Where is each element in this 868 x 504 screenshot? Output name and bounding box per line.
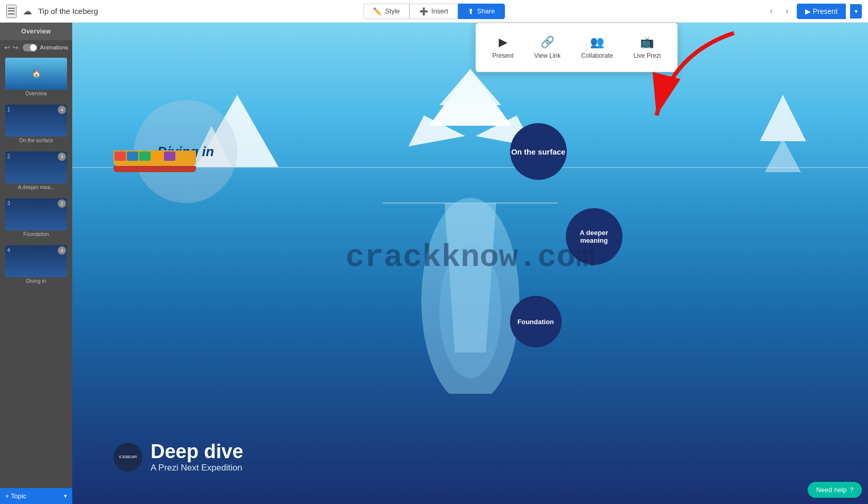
topic-dropdown-icon[interactable]: ▾ xyxy=(64,493,67,499)
sidebar: Overview ↩ ↪ Animations 🏠 Overview 1 xyxy=(0,23,72,504)
slide-label-4: Diving in xyxy=(5,277,67,286)
prev-button[interactable]: ‹ xyxy=(766,4,777,19)
sidebar-slide-3[interactable]: 3 2 Foundation xyxy=(4,197,68,240)
home-icon: 🏠 xyxy=(32,70,41,78)
slide-number-1: 1 xyxy=(7,107,10,112)
toggle-switch xyxy=(23,44,37,52)
share-button[interactable]: ⬆ Share xyxy=(458,4,505,19)
svg-marker-6 xyxy=(439,69,501,105)
sidebar-slide-overview[interactable]: 🏠 Overview xyxy=(4,57,68,99)
undo-button[interactable]: ↩ xyxy=(4,43,10,52)
sidebar-slide-1[interactable]: 1 4 On the surface xyxy=(4,104,68,146)
toggle-knob xyxy=(30,44,37,51)
slide-badge-2: 3 xyxy=(58,153,66,161)
svg-marker-3 xyxy=(760,95,806,141)
present-share-icon: ▶ xyxy=(499,36,507,49)
sidebar-slide-2[interactable]: 2 3 A deeper mea... xyxy=(4,150,68,193)
share-collaborate-item[interactable]: 👥 Collaborate xyxy=(571,31,623,63)
ship-hull xyxy=(113,166,196,172)
share-collaborate-label: Collaborate xyxy=(581,52,613,59)
slide-label-2: A deeper mea... xyxy=(5,183,67,192)
share-dropdown: ▶ Present 🔗 View Link 👥 Collaborate 📺 Li… xyxy=(476,23,678,72)
main-layout: Overview ↩ ↪ Animations 🏠 Overview 1 xyxy=(0,23,868,504)
slide-number-4: 4 xyxy=(7,247,10,253)
share-liveprezi-label: Live Prezi xyxy=(633,52,661,59)
slide-badge-4: 4 xyxy=(58,246,66,255)
share-present-item[interactable]: ▶ Present xyxy=(482,31,524,63)
sidebar-undo-redo: ↩ ↪ xyxy=(4,43,19,52)
deep-dive-text: Deep dive A Prezi Next Expedition xyxy=(151,441,243,473)
share-icon: ⬆ xyxy=(468,7,474,15)
container-red xyxy=(114,152,126,161)
deep-dive-section: ICEBEAR Deep dive A Prezi Next Expeditio… xyxy=(113,441,243,473)
link-icon: 🔗 xyxy=(541,36,554,49)
topbar: ☰ ☁ Tip of the Iceberg ✏️ Style ➕ Insert… xyxy=(0,0,868,23)
container-orange xyxy=(152,152,163,161)
container-green xyxy=(139,152,151,161)
toolbar-center: ✏️ Style ➕ Insert ⬆ Share xyxy=(363,4,504,19)
add-topic-bar[interactable]: + Topic ▾ xyxy=(0,488,72,504)
svg-point-12 xyxy=(439,244,501,378)
container-purple xyxy=(164,152,175,161)
share-present-label: Present xyxy=(493,52,514,59)
ship-body xyxy=(113,150,196,166)
next-button[interactable]: › xyxy=(781,4,793,19)
share-viewlink-item[interactable]: 🔗 View Link xyxy=(524,31,571,63)
liveprezi-icon: 📺 xyxy=(640,36,654,49)
play-icon: ▶ xyxy=(805,7,811,15)
collaborate-icon: 👥 xyxy=(590,36,604,49)
menu-button[interactable]: ☰ xyxy=(6,5,17,18)
style-icon: ✏️ xyxy=(373,7,382,15)
slide-label-3: Foundation xyxy=(5,230,67,239)
animations-toggle[interactable]: Animations xyxy=(23,44,68,52)
container-blue xyxy=(127,152,138,161)
topic-on-surface[interactable]: On the surface xyxy=(510,123,567,180)
share-viewlink-label: View Link xyxy=(534,52,561,59)
add-topic-button[interactable]: + Topic xyxy=(5,492,26,500)
insert-button[interactable]: ➕ Insert xyxy=(410,4,458,19)
slide-thumb-overview: 🏠 xyxy=(5,58,67,90)
slide-number-2: 2 xyxy=(7,154,10,159)
need-help-button[interactable]: Need help ? xyxy=(808,482,862,498)
sidebar-slide-4[interactable]: 4 4 Diving in xyxy=(4,244,68,287)
slide-badge-3: 2 xyxy=(58,199,66,208)
slide-number-3: 3 xyxy=(7,200,10,206)
present-dropdown-button[interactable]: ▾ xyxy=(850,4,862,19)
right-controls: ‹ › ▶ Present ▾ xyxy=(766,4,862,19)
slide-label-overview: Overview xyxy=(5,90,67,98)
sidebar-header: Overview xyxy=(0,23,72,40)
ship-containers xyxy=(113,150,176,166)
slide-badge-1: 4 xyxy=(58,106,66,114)
deep-dive-subtitle: A Prezi Next Expedition xyxy=(151,463,243,473)
container-ship xyxy=(113,150,196,172)
present-button[interactable]: ▶ Present xyxy=(797,4,846,19)
sidebar-toolbar: ↩ ↪ Animations xyxy=(0,40,72,55)
topic-deeper-meaning[interactable]: A deeper meaning xyxy=(566,208,623,265)
far-iceberg xyxy=(749,90,816,174)
deep-dive-logo: ICEBEAR xyxy=(113,443,142,472)
topic-foundation[interactable]: Foundation xyxy=(510,296,562,347)
share-liveprezi-item[interactable]: 📺 Live Prezi xyxy=(623,31,671,63)
canvas-area: Diving in On the surface A deeper meanin… xyxy=(72,23,868,504)
slide-label-1: On the surface xyxy=(5,137,67,145)
cloud-icon: ☁ xyxy=(23,6,32,17)
insert-icon: ➕ xyxy=(419,7,428,15)
deep-dive-title: Deep dive xyxy=(151,441,243,463)
style-button[interactable]: ✏️ Style xyxy=(363,4,410,19)
redo-button[interactable]: ↪ xyxy=(12,43,19,52)
help-icon: ? xyxy=(850,486,854,494)
